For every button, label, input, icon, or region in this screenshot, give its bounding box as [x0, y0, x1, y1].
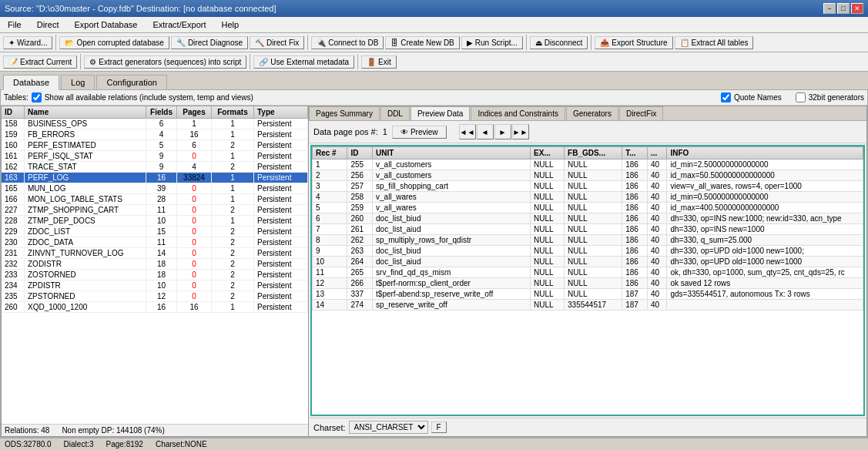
data-table-row[interactable]: 4 258 v_all_wares NULL NULL 186 40 id_mi… — [313, 192, 863, 203]
table-row[interactable]: 163 PERF_LOG 16 33824 1 Persistent — [2, 173, 308, 183]
data-table-row[interactable]: 5 259 v_all_wares NULL NULL 186 40 id_ma… — [313, 203, 863, 213]
maximize-button[interactable]: □ — [837, 3, 850, 14]
status-charset: Charset:NONE — [156, 440, 207, 448]
table-row[interactable]: 231 ZINVNT_TURNOVER_LOG 14 0 2 Persisten… — [2, 248, 308, 259]
direct-diagnose-button[interactable]: 🔧 Direct Diagnose — [171, 36, 248, 49]
relations-count: Relations: 48 — [5, 426, 49, 435]
table-row[interactable]: 227 ZTMP_SHOPPING_CART 11 0 2 Persistent — [2, 205, 308, 216]
show-all-checkbox[interactable] — [32, 92, 42, 102]
cell-formats: 2 — [212, 162, 254, 172]
sub-tab-pages-summary[interactable]: Pages Summary — [309, 106, 380, 120]
status-ods: ODS:32780.0 — [5, 440, 52, 448]
extract-all-button[interactable]: 📋 Extract All tables — [675, 36, 754, 49]
create-new-db-button[interactable]: 🗄 Create New DB — [385, 36, 459, 49]
toolbar-separator — [55, 35, 56, 50]
close-button[interactable]: ✕ — [851, 3, 863, 14]
data-table-row[interactable]: 11 265 srv_find_qd_qs_mism NULL NULL 186… — [313, 267, 863, 278]
quote-names-checkbox[interactable] — [721, 92, 731, 102]
exit-button[interactable]: 🚪 Exit — [361, 55, 397, 69]
menu-file[interactable]: File — [3, 18, 26, 31]
table-row[interactable]: 159 FB_ERRORS 4 16 1 Persistent — [2, 129, 308, 140]
menu-extract-export[interactable]: Extract/Export — [148, 18, 210, 31]
table-row[interactable]: 166 MON_LOG_TABLE_STATS 28 0 1 Persisten… — [2, 194, 308, 205]
table-row[interactable]: 234 ZPDISTR 10 0 2 Persistent — [2, 280, 308, 291]
cell-t: 186 — [622, 278, 648, 289]
table-row[interactable]: 161 PERF_ISQL_STAT 9 0 1 Persistent — [2, 151, 308, 162]
sub-tab-preview-data[interactable]: Preview Data — [411, 106, 470, 120]
tables-panel: ID Name Fields Pages Formats Type 158 BU… — [1, 106, 309, 437]
data-table-row[interactable]: 10 264 doc_list_aiud NULL NULL 186 40 dh… — [313, 257, 863, 267]
table-row[interactable]: 230 ZDOC_DATA 11 0 2 Persistent — [2, 237, 308, 248]
table-row[interactable]: 229 ZDOC_LIST 15 0 2 Persistent — [2, 227, 308, 237]
cell-name: FB_ERRORS — [25, 129, 146, 139]
cell-unit: v_all_customers — [373, 160, 531, 170]
export-structure-button[interactable]: 📤 Export Structure — [595, 36, 672, 49]
sub-tab-indices[interactable]: Indices and Constraints — [471, 106, 565, 120]
cell-ex: NULL — [531, 224, 565, 235]
tab-database[interactable]: Database — [3, 75, 59, 90]
data-table-row[interactable]: 1 255 v_all_customers NULL NULL 186 40 i… — [313, 160, 863, 170]
cell-fbgds: NULL — [565, 278, 622, 289]
tab-configuration[interactable]: Configuration — [96, 75, 166, 89]
nav-last-button[interactable]: ►► — [512, 124, 529, 139]
data-table-row[interactable]: 6 260 doc_list_biud NULL NULL 186 40 dh=… — [313, 213, 863, 224]
data-table-row[interactable]: 7 261 doc_list_aiud NULL NULL 186 40 dh=… — [313, 224, 863, 235]
menu-export-database[interactable]: Export Database — [69, 18, 142, 31]
connect-icon: 🔌 — [317, 39, 326, 47]
charset-select[interactable]: ANSI_CHARSET — [349, 421, 428, 434]
data-table-row[interactable]: 9 263 doc_list_biud NULL NULL 186 40 dh=… — [313, 246, 863, 257]
cell-id: 261 — [347, 224, 373, 235]
data-table-row[interactable]: 2 256 v_all_customers NULL NULL 186 40 i… — [313, 170, 863, 181]
col-unit: UNIT — [373, 147, 531, 160]
extract-current-button[interactable]: 📝 Extract Current — [3, 55, 77, 69]
cell-fields: 11 — [146, 205, 177, 215]
table-row[interactable]: 158 BUSINESS_OPS 6 1 1 Persistent — [2, 119, 308, 129]
wizard-button[interactable]: ✦ Wizard... — [3, 36, 52, 49]
tab-log[interactable]: Log — [61, 75, 95, 89]
direct-fix-button[interactable]: 🔨 Direct Fix — [250, 36, 304, 49]
cell-pages: 0 — [177, 227, 212, 237]
data-table-row[interactable]: 14 274 sp_reserve_write_off NULL 3355445… — [313, 300, 863, 311]
table-row[interactable]: 260 XQD_1000_1200 16 16 1 Persistent — [2, 302, 308, 313]
charset-apply-button[interactable]: F — [431, 421, 447, 433]
sub-tab-generators[interactable]: Generators — [566, 106, 618, 120]
menu-direct[interactable]: Direct — [32, 18, 64, 31]
disconnect-button[interactable]: ⏏ Disconnect — [530, 36, 588, 49]
table-row[interactable]: 160 PERF_ESTIMATED 5 6 2 Persistent — [2, 140, 308, 151]
table-row[interactable]: 235 ZPSTORNED 12 0 2 Persistent — [2, 291, 308, 302]
data-table-row[interactable]: 13 337 t$perf-abend:sp_reserve_write_off… — [313, 289, 863, 300]
nav-next-button[interactable]: ► — [494, 124, 511, 139]
extract-generators-button[interactable]: ⚙ Extract generators (sequences) into sc… — [84, 55, 246, 69]
run-script-button[interactable]: ▶ Run Script... — [461, 36, 523, 49]
cell-id: 165 — [2, 183, 25, 193]
open-db-button[interactable]: 📂 Open corrupted database — [59, 36, 169, 49]
cell-fields: 5 — [146, 140, 177, 150]
table-row[interactable]: 162 TRACE_STAT 9 4 2 Persistent — [2, 162, 308, 173]
table-row[interactable]: 233 ZOSTORNED 18 0 2 Persistent — [2, 270, 308, 280]
cell-t: 186 — [622, 224, 648, 235]
connect-button[interactable]: 🔌 Connect to DB — [311, 36, 384, 49]
data-table-container[interactable]: Rec # ID UNIT EX... FB_GDS... T... ... I… — [310, 145, 865, 416]
create-new-db-icon: 🗄 — [390, 39, 398, 47]
table-row[interactable]: 165 MUN_LOG 39 0 1 Persistent — [2, 183, 308, 194]
32bit-generators-checkbox[interactable] — [796, 92, 806, 102]
cell-fbgds: NULL — [565, 213, 622, 224]
title-text: Source: "D:\o30master - Copy.fdb" Destin… — [5, 4, 276, 13]
cell-name: ZDOC_DATA — [25, 237, 146, 247]
nav-prev-button[interactable]: ◄ — [477, 124, 494, 139]
sub-tab-directfix[interactable]: DirectFix — [619, 106, 663, 120]
table-scroll[interactable]: 158 BUSINESS_OPS 6 1 1 Persistent 159 FB… — [2, 119, 308, 424]
table-row[interactable]: 232 ZODISTR 18 0 2 Persistent — [2, 259, 308, 270]
preview-button[interactable]: 👁 Preview — [392, 126, 447, 139]
minimize-button[interactable]: − — [823, 3, 836, 14]
nav-first-button[interactable]: ◄◄ — [459, 124, 476, 139]
data-table-row[interactable]: 12 266 t$perf-norm:sp_client_order NULL … — [313, 278, 863, 289]
cell-unit: doc_list_aiud — [373, 257, 531, 267]
table-row[interactable]: 228 ZTMP_DEP_DOCS 10 0 1 Persistent — [2, 216, 308, 227]
menu-help[interactable]: Help — [216, 18, 243, 31]
status-bar: ODS:32780.0 Dialect:3 Page:8192 Charset:… — [0, 438, 868, 450]
sub-tab-ddl[interactable]: DDL — [380, 106, 410, 120]
data-table-row[interactable]: 8 262 sp_multiply_rows_for_qdistr NULL N… — [313, 235, 863, 246]
external-metadata-button[interactable]: 🔗 Use External metadata — [253, 55, 354, 69]
data-table-row[interactable]: 3 257 sp_fill_shopping_cart NULL NULL 18… — [313, 181, 863, 192]
